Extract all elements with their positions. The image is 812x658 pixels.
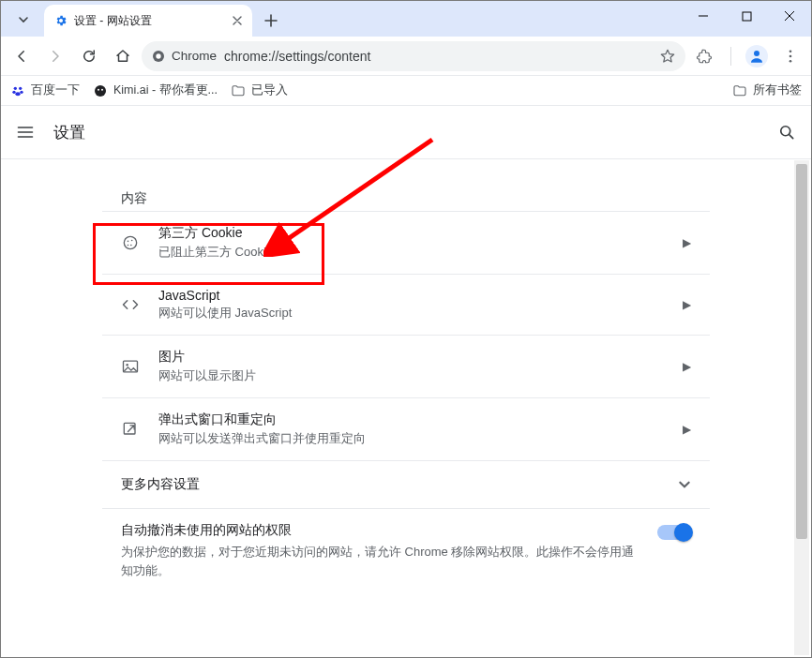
section-title-content: 内容 <box>102 183 710 211</box>
settings-title: 设置 <box>53 122 85 143</box>
arrow-right-icon <box>47 48 64 65</box>
popup-icon <box>121 420 140 439</box>
auto-revoke-toggle[interactable] <box>657 525 691 540</box>
image-icon <box>121 357 140 376</box>
row-subtitle: 网站可以发送弹出式窗口并使用重定向 <box>158 430 664 447</box>
address-bar[interactable]: Chrome chrome://settings/content <box>142 41 685 71</box>
svg-point-4 <box>789 50 792 52</box>
svg-point-3 <box>754 51 759 56</box>
svg-point-12 <box>95 85 106 97</box>
tabs-dropdown-button[interactable] <box>7 5 40 35</box>
tab-title: 设置 - 网站设置 <box>74 13 224 29</box>
chevron-right-icon: ▶ <box>683 298 691 311</box>
svg-point-5 <box>789 54 792 57</box>
all-bookmarks-label: 所有书签 <box>753 82 802 98</box>
settings-header: 设置 <box>1 106 811 159</box>
row-title: 弹出式窗口和重定向 <box>158 411 664 428</box>
row-title: 图片 <box>158 349 664 366</box>
svg-rect-0 <box>743 12 751 21</box>
bookmark-star-button[interactable] <box>659 48 676 65</box>
bookmark-label: 已导入 <box>251 82 288 98</box>
folder-icon <box>732 83 747 98</box>
svg-point-14 <box>101 88 103 90</box>
svg-rect-23 <box>124 423 135 434</box>
row-title: 更多内容设置 <box>121 476 659 493</box>
new-tab-button[interactable] <box>258 7 284 34</box>
search-icon <box>777 123 796 142</box>
svg-point-2 <box>156 53 160 58</box>
settings-search-button[interactable] <box>777 123 796 142</box>
svg-point-7 <box>14 86 17 89</box>
separator <box>730 47 731 66</box>
avatar-icon <box>745 45 768 67</box>
hamburger-icon <box>16 123 35 142</box>
svg-point-10 <box>20 90 23 93</box>
row-more-content-settings[interactable]: 更多内容设置 <box>102 460 710 508</box>
svg-point-8 <box>19 86 22 89</box>
row-title: 自动撤消未使用的网站的权限 <box>121 522 639 539</box>
bookmark-item-kimi[interactable]: Kimi.ai - 帮你看更... <box>93 82 218 98</box>
menu-button[interactable] <box>775 41 805 71</box>
reload-icon <box>81 48 98 65</box>
minimize-button[interactable] <box>682 1 725 31</box>
bookmark-label: Kimi.ai - 帮你看更... <box>113 82 218 98</box>
chevron-right-icon: ▶ <box>683 236 691 249</box>
all-bookmarks-button[interactable]: 所有书签 <box>732 82 802 98</box>
row-subtitle: 为保护您的数据，对于您近期未访问的网站，请允许 Chrome 移除网站权限。此操… <box>121 543 639 579</box>
chip-label: Chrome <box>172 49 217 63</box>
maximize-button[interactable] <box>725 1 768 31</box>
toolbar: Chrome chrome://settings/content <box>1 37 811 76</box>
extensions-button[interactable] <box>689 41 719 71</box>
titlebar: 设置 - 网站设置 <box>1 1 811 37</box>
chevron-right-icon: ▶ <box>683 423 691 436</box>
bookmark-label: 百度一下 <box>31 82 80 98</box>
row-auto-revoke-permissions: 自动撤消未使用的网站的权限 为保护您的数据，对于您近期未访问的网站，请允许 Ch… <box>102 508 710 598</box>
row-subtitle: 网站可以使用 JavaScript <box>158 305 664 322</box>
back-button[interactable] <box>7 41 37 71</box>
svg-point-9 <box>12 90 15 93</box>
arrow-left-icon <box>13 48 30 65</box>
menu-toggle-button[interactable] <box>16 123 35 142</box>
folder-icon <box>231 83 246 98</box>
close-window-button[interactable] <box>768 1 811 31</box>
chevron-down-icon <box>18 14 29 25</box>
bookmark-item-baidu[interactable]: 百度一下 <box>10 82 80 98</box>
window-controls <box>682 1 811 31</box>
paw-icon <box>10 83 25 98</box>
star-icon <box>659 48 676 65</box>
annotation-highlight-box <box>93 223 324 285</box>
gear-icon <box>53 13 68 28</box>
chevron-down-icon <box>678 478 691 491</box>
bookmark-folder-imported[interactable]: 已导入 <box>231 82 288 98</box>
row-title: JavaScript <box>158 288 664 303</box>
url-text: chrome://settings/content <box>224 49 652 64</box>
minimize-icon <box>698 10 709 22</box>
home-icon <box>114 48 131 65</box>
svg-point-6 <box>789 59 792 62</box>
forward-button[interactable] <box>40 41 70 71</box>
svg-point-13 <box>98 88 99 90</box>
site-chip[interactable]: Chrome <box>151 49 217 64</box>
row-images[interactable]: 图片 网站可以显示图片 ▶ <box>102 335 710 397</box>
svg-point-11 <box>15 92 20 96</box>
code-icon <box>121 295 140 314</box>
browser-tab[interactable]: 设置 - 网站设置 <box>44 5 252 37</box>
chrome-icon <box>151 49 166 64</box>
face-icon <box>93 83 108 98</box>
profile-button[interactable] <box>742 41 772 71</box>
puzzle-icon <box>696 48 713 65</box>
vertical-scrollbar[interactable] <box>794 160 809 655</box>
home-button[interactable] <box>108 41 138 71</box>
maximize-icon <box>742 11 752 22</box>
chevron-right-icon: ▶ <box>683 360 691 373</box>
close-icon <box>784 10 795 22</box>
close-icon <box>233 16 242 25</box>
reload-button[interactable] <box>74 41 104 71</box>
svg-point-15 <box>781 127 790 136</box>
scrollbar-thumb[interactable] <box>796 164 807 539</box>
tab-close-button[interactable] <box>230 13 245 28</box>
row-popups[interactable]: 弹出式窗口和重定向 网站可以发送弹出式窗口并使用重定向 ▶ <box>102 397 710 460</box>
kebab-icon <box>782 48 799 65</box>
row-subtitle: 网站可以显示图片 <box>158 367 664 384</box>
bookmarks-bar: 百度一下 Kimi.ai - 帮你看更... 已导入 所有书签 <box>1 76 811 106</box>
